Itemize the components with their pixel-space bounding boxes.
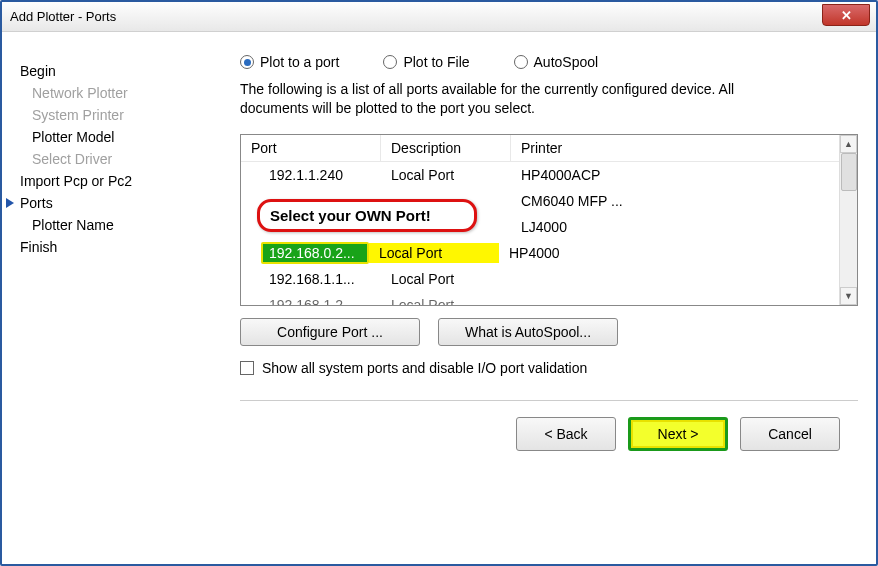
dialog-body: Begin Network Plotter System Printer Plo… xyxy=(2,32,876,564)
step-begin[interactable]: Begin xyxy=(20,60,210,82)
annotation-callout: Select your OWN Port! xyxy=(257,199,477,232)
step-finish[interactable]: Finish xyxy=(20,236,210,258)
main-panel: Plot to a port Plot to File AutoSpool Th… xyxy=(240,54,858,552)
step-plotter-model[interactable]: Plotter Model xyxy=(20,126,210,148)
radio-autospool[interactable]: AutoSpool xyxy=(514,54,599,70)
table-row-selected[interactable]: 192.168.0.2... Local Port HP4000 xyxy=(241,240,839,266)
back-button[interactable]: < Back xyxy=(516,417,616,451)
table-row[interactable]: 192 168 1 2 Local Port xyxy=(241,292,839,305)
radio-label: AutoSpool xyxy=(534,54,599,70)
radio-label: Plot to a port xyxy=(260,54,339,70)
next-button[interactable]: Next > xyxy=(628,417,728,451)
scroll-down-icon[interactable]: ▼ xyxy=(840,287,857,305)
configure-port-button[interactable]: Configure Port ... xyxy=(240,318,420,346)
step-ports[interactable]: Ports xyxy=(20,192,210,214)
step-system-printer: System Printer xyxy=(20,104,210,126)
table-row[interactable]: 192.168.1.1... Local Port xyxy=(241,266,839,292)
dialog-title: Add Plotter - Ports xyxy=(10,9,116,24)
scroll-thumb[interactable] xyxy=(841,153,857,191)
close-button[interactable]: ✕ xyxy=(822,4,870,26)
separator xyxy=(240,400,858,401)
ports-table: Port Description Printer 192.1.1.240 Loc… xyxy=(240,134,858,306)
radio-plot-to-file[interactable]: Plot to File xyxy=(383,54,469,70)
table-row[interactable]: 192.1.1.240 Local Port HP4000ACP xyxy=(241,162,839,188)
col-port[interactable]: Port xyxy=(241,135,381,161)
radio-label: Plot to File xyxy=(403,54,469,70)
checkbox-label: Show all system ports and disable I/O po… xyxy=(262,360,587,376)
radio-icon xyxy=(383,55,397,69)
scroll-up-icon[interactable]: ▲ xyxy=(840,135,857,153)
port-buttons: Configure Port ... What is AutoSpool... xyxy=(240,318,858,346)
scrollbar[interactable]: ▲ ▼ xyxy=(839,135,857,305)
cancel-button[interactable]: Cancel xyxy=(740,417,840,451)
wizard-sidebar: Begin Network Plotter System Printer Plo… xyxy=(20,54,210,552)
autospool-info-button[interactable]: What is AutoSpool... xyxy=(438,318,618,346)
table-body: 192.1.1.240 Local Port HP4000ACP CM6040 … xyxy=(241,162,839,305)
radio-icon xyxy=(240,55,254,69)
plot-mode-radios: Plot to a port Plot to File AutoSpool xyxy=(240,54,858,70)
checkbox-icon xyxy=(240,361,254,375)
radio-plot-to-port[interactable]: Plot to a port xyxy=(240,54,339,70)
titlebar: Add Plotter - Ports ✕ xyxy=(2,2,876,32)
show-all-ports-checkbox[interactable]: Show all system ports and disable I/O po… xyxy=(240,360,858,376)
wizard-footer: < Back Next > Cancel xyxy=(240,417,858,469)
close-icon: ✕ xyxy=(841,8,852,23)
col-description[interactable]: Description xyxy=(381,135,511,161)
add-plotter-dialog: Add Plotter - Ports ✕ Begin Network Plot… xyxy=(0,0,878,566)
step-network-plotter: Network Plotter xyxy=(20,82,210,104)
step-import-pcp[interactable]: Import Pcp or Pc2 xyxy=(20,170,210,192)
step-select-driver: Select Driver xyxy=(20,148,210,170)
radio-icon xyxy=(514,55,528,69)
description-text: The following is a list of all ports ava… xyxy=(240,80,760,118)
col-printer[interactable]: Printer xyxy=(511,135,839,161)
table-header: Port Description Printer xyxy=(241,135,839,162)
step-plotter-name[interactable]: Plotter Name xyxy=(20,214,210,236)
